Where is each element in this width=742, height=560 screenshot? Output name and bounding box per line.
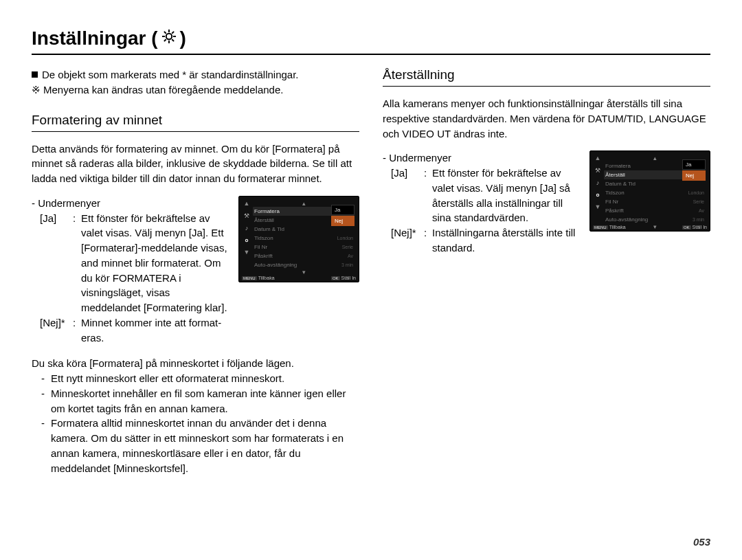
section-heading-reset: Återställning: [383, 67, 710, 87]
reset-intro: Alla kamerans menyer och funktionsinstäl…: [383, 96, 710, 141]
page-number: 053: [693, 536, 710, 548]
gear-icon: [161, 27, 177, 49]
camera-lcd-reset: ▲⚒♪▼▴FormateraÅterställDatum & TidTidszo…: [589, 150, 710, 232]
reset-ja-key: [Ja]: [391, 166, 424, 225]
format-case-2: -Minneskortet innehåller en fil som kame…: [41, 386, 359, 416]
note-change: ※Menyerna kan ändras utan föregående med…: [32, 82, 359, 98]
format-case-3-text: Formatera alltid minneskortet innan du a…: [51, 416, 359, 475]
format-nej-text: Minnet kommer inte att format­eras.: [81, 315, 230, 346]
format-ja-item: [Ja] : Ett fönster för bekräftelse av va…: [40, 211, 230, 315]
reset-submenu-text: - Undermenyer [Ja] : Ett fönster för bek…: [383, 150, 581, 255]
reset-ja-item: [Ja] : Ett fönster för bekräftelse av va…: [391, 166, 581, 225]
lcd-option: Ja: [682, 159, 706, 170]
format-nej-key: [Nej]*: [40, 315, 73, 346]
two-column-layout: De objekt som markerats med * är standar…: [32, 67, 710, 475]
svg-line-7: [164, 39, 166, 41]
intro-notes: De objekt som markerats med * är standar…: [32, 67, 359, 98]
format-case-1-text: Ett nytt minneskort eller ett oformatera…: [51, 371, 284, 386]
lcd-menu-item: TidszonLondon: [604, 188, 706, 197]
format-case-2-text: Minneskortet innehåller en fil som kamer…: [51, 386, 359, 416]
colon: :: [73, 315, 81, 346]
lcd-menu-item: Auto-avstängning3 min: [253, 260, 355, 269]
svg-line-5: [164, 32, 166, 34]
title-prefix: Inställningar (: [32, 27, 158, 49]
lcd-menu-item: TidszonLondon: [253, 234, 355, 243]
lcd-option: Ja: [331, 205, 355, 215]
format-ja-key: [Ja]: [40, 211, 73, 315]
note-default-marker: De objekt som markerats med * är standar…: [32, 67, 359, 82]
reset-submenu-label: - Undermenyer: [383, 150, 581, 166]
format-ja-text: Ett fönster för bekräftelse av valet vis…: [81, 211, 230, 315]
svg-point-10: [596, 194, 598, 197]
svg-line-6: [172, 39, 174, 41]
lcd-option: Nej: [682, 170, 706, 181]
tool-icon: ⚒: [594, 167, 601, 174]
format-intro: Detta används för formatering av minnet.…: [32, 142, 359, 186]
dash-icon: -: [41, 386, 51, 416]
reset-nej-key: [Nej]*: [391, 225, 424, 256]
svg-point-0: [166, 34, 171, 39]
lcd-menu-item: Fil NrSerie: [604, 197, 706, 206]
lcd-menu-item: PåskriftAv: [253, 251, 355, 260]
sound-icon: ♪: [594, 179, 601, 186]
right-column: Återställning Alla kamerans menyer och f…: [383, 67, 710, 475]
svg-line-8: [172, 32, 174, 34]
colon: :: [73, 211, 81, 315]
colon: :: [424, 166, 432, 225]
reset-nej-text: Inställningarna återställs inte till sta…: [432, 225, 581, 256]
lcd-menu-item: Fil NrSerie: [253, 243, 355, 251]
camera-lcd-format: ▲⚒♪▼▴FormateraÅterställDatum & TidTidszo…: [238, 196, 359, 282]
reference-mark-icon: ※: [32, 84, 41, 96]
title-suffix: ): [180, 27, 186, 49]
dash-icon: -: [41, 416, 51, 475]
manual-page: Inställningar ( ) De objekt som markerat…: [0, 0, 742, 560]
format-case-3: -Formatera alltid minneskortet innan du …: [41, 416, 359, 475]
format-submenu-label: - Undermenyer: [32, 196, 230, 211]
reset-nej-item: [Nej]* : Inställningarna återställs inte…: [391, 225, 581, 256]
format-cases: Du ska köra [Formatera] på minneskortet …: [32, 356, 359, 475]
format-nej-item: [Nej]* : Minnet kommer inte att format­e…: [40, 315, 230, 346]
reset-submenu-row: - Undermenyer [Ja] : Ett fönster för bek…: [383, 150, 710, 255]
lcd-menu-item: PåskriftAv: [604, 206, 706, 215]
format-submenu-text: - Undermenyer [Ja] : Ett fönster för bek…: [32, 196, 230, 346]
reset-ja-text: Ett fönster för bekräftelse av valet vis…: [432, 166, 581, 225]
left-column: De objekt som markerats med * är standar…: [32, 67, 359, 475]
format-case-1: -Ett nytt minneskort eller ett oformater…: [41, 371, 359, 386]
gear-icon: [243, 237, 250, 244]
lcd-option: Nej: [331, 216, 355, 226]
page-title: Inställningar ( ): [32, 27, 186, 49]
square-bullet-icon: [32, 71, 38, 78]
svg-point-9: [245, 239, 247, 241]
page-title-row: Inställningar ( ): [32, 27, 710, 55]
sound-icon: ♪: [243, 225, 250, 232]
format-cases-lead-text: Du ska köra [Formatera] på minneskortet …: [32, 357, 294, 369]
tool-icon: ⚒: [243, 212, 250, 219]
format-submenu-row: - Undermenyer [Ja] : Ett fönster för bek…: [32, 196, 359, 346]
colon: :: [424, 225, 432, 256]
note-change-text: Menyerna kan ändras utan föregående medd…: [43, 84, 283, 96]
dash-icon: -: [41, 371, 51, 386]
format-cases-lead: Du ska köra [Formatera] på minneskortet …: [32, 356, 359, 371]
gear-icon: [594, 192, 601, 199]
note-default-text: De objekt som markerats med * är standar…: [42, 69, 299, 80]
section-heading-format: Formatering av minnet: [32, 113, 359, 132]
